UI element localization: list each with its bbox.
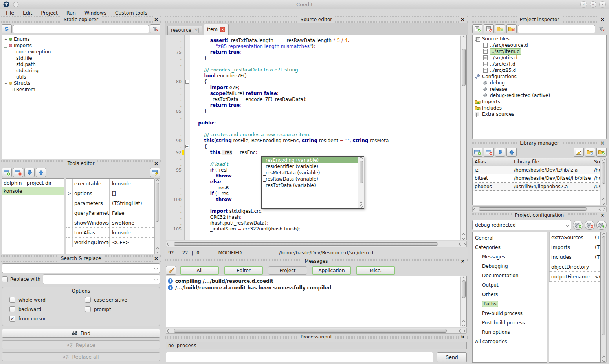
clone-configuration-button[interactable] xyxy=(596,221,607,230)
code-line[interactable]: 75 return true; xyxy=(166,49,460,55)
project-inspector-filter-input[interactable] xyxy=(518,25,595,33)
remove-library-button[interactable] xyxy=(484,148,494,157)
property-value[interactable]: swoNone xyxy=(110,220,154,226)
editor-horizontal-scrollbar[interactable] xyxy=(166,241,467,247)
move-tool-down-button[interactable] xyxy=(24,168,35,177)
process-input-close-icon[interactable]: × xyxy=(459,334,466,340)
process-input-field[interactable] xyxy=(166,352,433,362)
menu-file[interactable]: File xyxy=(2,10,18,16)
menu-edit[interactable]: Edit xyxy=(18,10,37,16)
property-value[interactable]: <CFP> xyxy=(110,240,154,245)
message-entry[interactable]: icompiling /.../build/resource.d.coedit xyxy=(168,278,459,284)
static-explorer-search-input[interactable] xyxy=(13,25,149,33)
add-library-button[interactable] xyxy=(472,148,482,157)
tab-close-icon[interactable]: × xyxy=(220,27,225,32)
code-line[interactable]: . assert(_resTxtData.length == _resRawDa… xyxy=(166,38,460,44)
filter-button-editor[interactable]: Editor xyxy=(224,266,263,275)
code-line[interactable]: . /// encodes _resRawData to a e7F strin… xyxy=(166,67,460,73)
search-term-combobox[interactable] xyxy=(2,263,160,273)
tree-item[interactable]: utils xyxy=(2,74,160,80)
search-replace-close-icon[interactable]: × xyxy=(153,255,160,262)
menu-custom-tools[interactable]: Custom tools xyxy=(111,10,152,16)
add-folder-button[interactable] xyxy=(495,24,505,33)
remove-tool-button[interactable] xyxy=(13,168,23,177)
completion-item[interactable]: _resEncoding (variable) xyxy=(262,157,358,163)
completion-item[interactable]: _resIdentifier (variable) xyxy=(262,163,358,170)
expander-icon[interactable]: + xyxy=(11,88,15,91)
code-line[interactable]: . /// creates and encodes a new resource… xyxy=(166,132,460,138)
code-line[interactable]: 90 this(string resFile, ResEncoding resE… xyxy=(166,138,460,144)
maximize-button[interactable]: ∧ xyxy=(590,1,596,8)
message-entry[interactable]: i/.../build/resource.d.coedit has been s… xyxy=(168,284,459,291)
find-button[interactable]: Find xyxy=(2,329,160,338)
code-line[interactable]: . import std.digest.crc; xyxy=(166,209,460,214)
source-editor-close-icon[interactable]: × xyxy=(459,16,466,23)
code-line[interactable]: . xyxy=(166,114,460,120)
code-line[interactable]: . xyxy=(166,61,460,67)
menu-windows[interactable]: Windows xyxy=(80,10,111,16)
category-item[interactable]: General xyxy=(473,233,547,243)
project-tree-item[interactable]: Extra sources xyxy=(473,111,606,117)
project-tree-item[interactable]: Configurations xyxy=(473,73,606,80)
property-row[interactable]: extraSources(TStringList) xyxy=(549,232,600,242)
property-value[interactable]: False xyxy=(110,210,154,216)
resize-grip[interactable] xyxy=(360,204,363,208)
project-tree-item[interactable]: ../src/utils.d xyxy=(473,55,606,61)
tree-item[interactable]: std.file xyxy=(2,55,160,61)
project-tree-item[interactable]: ../src/resource.d xyxy=(473,42,606,48)
close-button[interactable]: × xyxy=(599,1,606,8)
tree-item[interactable]: +Enums xyxy=(2,36,160,42)
property-row[interactable]: >options[] xyxy=(66,188,154,198)
code-line[interactable]: .− { xyxy=(166,144,460,150)
remove-configuration-button[interactable] xyxy=(585,221,595,230)
completion-item[interactable]: _resTxtData (variable) xyxy=(262,182,358,188)
property-value[interactable]: (TStringList) xyxy=(592,234,600,240)
category-item[interactable]: Run options xyxy=(473,327,547,337)
code-line[interactable]: . _resTxtData = encode_7F(_resRawData); xyxy=(166,97,460,102)
column-header[interactable]: Alias xyxy=(473,158,512,166)
filter-button-all[interactable]: All xyxy=(180,266,219,275)
fold-margin[interactable]: − xyxy=(184,79,190,85)
property-row[interactable]: executablekonsole xyxy=(66,179,154,188)
tool-list-item[interactable]: dolphin - project dir xyxy=(2,179,64,187)
project-tree-item[interactable]: debug-redirected (active) xyxy=(473,92,606,99)
tab-item[interactable]: item× xyxy=(204,24,229,35)
add-tool-button[interactable] xyxy=(2,168,12,177)
replace-button[interactable]: ab Replace xyxy=(2,340,160,349)
backward-checkbox[interactable] xyxy=(9,306,15,312)
code-line[interactable]: 85 } xyxy=(166,108,460,114)
tool-list-item[interactable]: konsole xyxy=(2,187,64,195)
filter-button-misc[interactable]: Misc. xyxy=(356,266,395,275)
code-line[interactable]: . return true; xyxy=(166,102,460,108)
filter-button-project[interactable]: Project xyxy=(268,266,307,275)
send-button[interactable]: Send xyxy=(437,352,467,362)
static-explorer-close-icon[interactable]: × xyxy=(153,16,160,23)
table-row[interactable]: iz/home/basile/Dev/Iz/lib/iz.a/ho xyxy=(473,166,600,174)
remove-source-button[interactable] xyxy=(484,24,494,33)
property-value[interactable]: (TStringList) xyxy=(110,200,154,206)
code-editor[interactable]: . assert(_resTxtData.length == _resRawDa… xyxy=(166,35,467,240)
property-value[interactable]: (TStringList) xyxy=(592,254,600,260)
category-item[interactable]: Output xyxy=(473,280,547,290)
code-line[interactable]: 92 this._res = resEnc; xyxy=(166,150,460,155)
tools-grid-scrollbar[interactable] xyxy=(154,178,160,254)
project-tree-item[interactable]: ../src/e7F.d xyxy=(473,61,606,67)
filter-button-application[interactable]: Application xyxy=(312,266,351,275)
property-row[interactable]: showWindowsswoNone xyxy=(66,218,154,228)
project-inspector-close-icon[interactable]: × xyxy=(599,16,606,23)
category-item[interactable]: Paths xyxy=(473,299,547,309)
property-value[interactable]: konsole xyxy=(110,181,154,187)
code-line[interactable]: . ihash.put(_resRawData); xyxy=(166,220,460,226)
move-tool-up-button[interactable] xyxy=(36,168,46,177)
code-line[interactable]: . scope(failure) return false; xyxy=(166,91,460,97)
category-item[interactable]: Messages xyxy=(473,252,547,262)
messages-vertical-scrollbar[interactable] xyxy=(460,276,466,327)
property-row[interactable]: toolAliaskonsole xyxy=(66,228,154,238)
add-configuration-button[interactable] xyxy=(573,221,583,230)
configuration-grid-scrollbar[interactable] xyxy=(601,232,607,363)
completion-item[interactable]: _resRawData (variable) xyxy=(262,176,358,182)
replace-all-button[interactable]: ab Replace all xyxy=(2,352,160,361)
project-tree-item[interactable]: ../src/z85.d xyxy=(473,67,606,73)
property-row[interactable]: includes(TStringList) xyxy=(549,252,600,262)
code-line[interactable]: . xyxy=(166,126,460,132)
